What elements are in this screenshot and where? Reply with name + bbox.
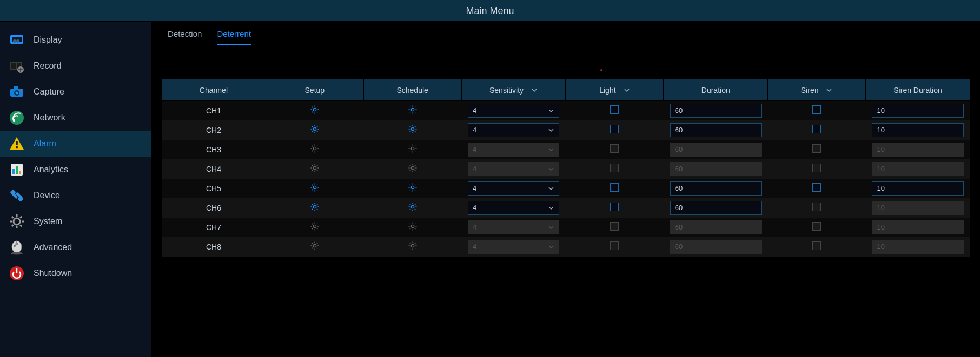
setup-gear-icon[interactable] xyxy=(309,143,320,154)
sidebar-item-label: Advanced xyxy=(34,243,72,252)
channel-label: CH4 xyxy=(162,159,266,179)
svg-point-36 xyxy=(14,245,16,247)
setup-gear-icon[interactable] xyxy=(309,104,320,115)
svg-point-49 xyxy=(411,186,414,188)
siren-duration-input: 10 xyxy=(872,143,963,157)
duration-input: 60 xyxy=(670,220,762,234)
sensitivity-select: 4 xyxy=(468,220,559,234)
svg-point-14 xyxy=(13,119,15,122)
svg-point-48 xyxy=(313,186,316,188)
duration-input: 60 xyxy=(670,162,762,176)
setup-gear-icon[interactable] xyxy=(309,201,320,212)
siren-duration-input: 10 xyxy=(872,240,963,254)
svg-point-52 xyxy=(313,225,316,227)
siren-checkbox xyxy=(812,203,821,211)
svg-line-31 xyxy=(20,217,22,218)
sidebar-item-shutdown[interactable]: Shutdown xyxy=(0,260,151,286)
col-light-label: Light xyxy=(599,86,615,95)
sensitivity-select: 4 xyxy=(468,143,559,157)
schedule-gear-icon[interactable] xyxy=(407,143,418,154)
channel-label: CH8 xyxy=(162,237,266,257)
sidebar-item-advanced[interactable]: Advanced xyxy=(0,234,151,260)
tab-deterrent[interactable]: Deterrent xyxy=(217,29,251,45)
shutdown-icon xyxy=(8,264,26,282)
sidebar-item-network[interactable]: Network xyxy=(0,105,151,131)
tab-detection[interactable]: Detection xyxy=(168,29,202,44)
schedule-gear-icon[interactable] xyxy=(407,124,418,134)
page-title: Main Menu xyxy=(0,0,980,22)
sidebar-item-device[interactable]: Device xyxy=(0,183,151,208)
svg-rect-9 xyxy=(14,86,18,89)
chevron-down-icon xyxy=(548,244,554,250)
schedule-gear-icon[interactable] xyxy=(407,221,418,232)
svg-point-3 xyxy=(16,39,19,43)
sidebar-item-system[interactable]: System xyxy=(0,208,151,234)
light-checkbox[interactable] xyxy=(610,183,619,192)
sidebar-item-label: Device xyxy=(34,191,60,200)
col-sensitivity[interactable]: Sensitivity xyxy=(461,79,566,101)
siren-duration-input[interactable]: 10 xyxy=(872,181,963,196)
svg-rect-34 xyxy=(15,243,18,245)
schedule-gear-icon[interactable] xyxy=(407,163,418,173)
col-sensitivity-label: Sensitivity xyxy=(489,86,524,95)
sidebar-item-record[interactable]: Record xyxy=(0,53,151,79)
chevron-down-icon xyxy=(624,87,630,93)
setup-gear-icon[interactable] xyxy=(309,163,320,173)
schedule-gear-icon[interactable] xyxy=(407,104,418,115)
duration-input[interactable]: 60 xyxy=(670,104,762,118)
setup-gear-icon[interactable] xyxy=(309,240,320,251)
sidebar-item-label: Capture xyxy=(34,87,64,97)
svg-point-45 xyxy=(411,147,414,150)
sensitivity-select[interactable]: 4 xyxy=(468,104,559,118)
col-light[interactable]: Light xyxy=(566,79,664,101)
siren-duration-input[interactable]: 10 xyxy=(872,104,963,118)
siren-checkbox xyxy=(812,144,821,153)
duration-input[interactable]: 60 xyxy=(670,201,762,215)
table-row: CH846010 xyxy=(162,237,970,257)
sidebar-item-alarm[interactable]: Alarm xyxy=(0,131,151,157)
record-icon xyxy=(8,57,26,75)
sensitivity-select[interactable]: 4 xyxy=(468,181,559,196)
svg-rect-16 xyxy=(16,146,18,148)
light-checkbox[interactable] xyxy=(610,105,619,114)
table-row: CH546010 xyxy=(162,179,970,198)
svg-line-25 xyxy=(20,225,22,226)
chevron-down-icon xyxy=(548,205,554,211)
schedule-gear-icon[interactable] xyxy=(407,182,418,193)
sidebar-item-capture[interactable]: Capture xyxy=(0,79,151,105)
light-checkbox[interactable] xyxy=(610,125,619,133)
main-panel: DetectionDeterrent Channel Setup Schedul… xyxy=(151,22,980,357)
svg-point-11 xyxy=(16,92,18,95)
duration-input[interactable]: 60 xyxy=(670,123,762,137)
svg-point-53 xyxy=(411,225,414,227)
sidebar: DisplayRecordCaptureNetworkAlarmAnalytic… xyxy=(0,22,151,357)
schedule-gear-icon[interactable] xyxy=(407,201,418,212)
svg-rect-18 xyxy=(12,169,15,174)
sidebar-item-analytics[interactable]: Analytics xyxy=(0,157,151,183)
col-siren-label: Siren xyxy=(801,86,819,95)
schedule-gear-icon[interactable] xyxy=(407,240,418,251)
sensitivity-select: 4 xyxy=(468,162,559,176)
light-checkbox xyxy=(610,241,619,250)
chevron-down-icon xyxy=(826,87,832,93)
setup-gear-icon[interactable] xyxy=(309,221,320,232)
chevron-down-icon xyxy=(548,127,554,133)
table-row: CH646010 xyxy=(162,198,970,218)
siren-checkbox[interactable] xyxy=(812,183,821,192)
setup-gear-icon[interactable] xyxy=(309,182,320,193)
siren-checkbox[interactable] xyxy=(812,105,821,114)
col-siren-duration: Siren Duration xyxy=(866,79,970,101)
chevron-down-icon xyxy=(548,146,554,153)
sensitivity-select[interactable]: 4 xyxy=(468,201,559,215)
siren-checkbox xyxy=(812,164,821,172)
siren-duration-input[interactable]: 10 xyxy=(872,123,963,137)
col-siren[interactable]: Siren xyxy=(768,79,866,101)
table-row: CH146010 xyxy=(162,101,970,120)
sensitivity-select[interactable]: 4 xyxy=(468,123,559,137)
sidebar-item-display[interactable]: Display xyxy=(0,27,151,53)
light-checkbox[interactable] xyxy=(610,203,619,211)
setup-gear-icon[interactable] xyxy=(309,124,320,134)
svg-point-44 xyxy=(313,147,316,150)
siren-checkbox[interactable] xyxy=(812,125,821,133)
duration-input[interactable]: 60 xyxy=(670,181,762,196)
